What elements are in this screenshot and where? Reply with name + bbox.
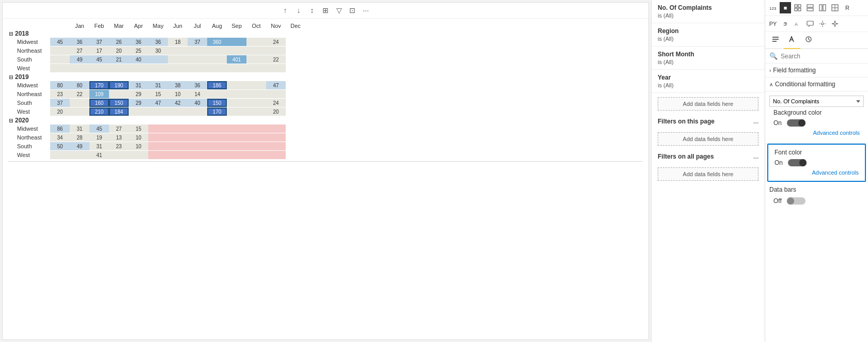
region-row-2019-west: West 20 210 184 170 20 (9, 107, 642, 116)
year-label-2018[interactable]: ⊟ 2018 (9, 30, 50, 37)
filter-year-section: Year is (All) (652, 70, 765, 93)
icon-r-letter[interactable]: R (842, 2, 853, 13)
icon-123[interactable]: 123 (767, 2, 779, 13)
cell-2018-west-nov (246, 64, 266, 72)
year-label-2020[interactable]: ⊟ 2020 (9, 117, 50, 124)
cell-2020-south-nov (246, 142, 266, 150)
cell-2018-midwest-may: 36 (129, 38, 148, 46)
conditional-formatting-section[interactable]: ∧ Conditional formatting (765, 77, 868, 91)
sort-desc-btn[interactable]: ↓ (293, 5, 304, 16)
cell-2019-northeast-dec (266, 90, 286, 98)
cell-2019-south-apr: 150 (109, 99, 129, 107)
filter-year-value: is (All) (658, 82, 758, 88)
bg-toggle[interactable] (787, 119, 805, 127)
year-row-2020[interactable]: ⊟ 2020 (9, 117, 642, 124)
icon-grid4[interactable] (829, 2, 841, 13)
region-west-2018: West (9, 65, 50, 71)
cell-2018-northeast-may: 25 (129, 46, 148, 55)
year-label-2019[interactable]: ⊟ 2019 (9, 73, 50, 81)
collapse-icon-2020: ⊟ (9, 118, 13, 123)
cell-2020-northeast-may: 10 (129, 133, 148, 142)
cell-2019-south-jul: 42 (168, 99, 188, 107)
cell-2020-west-nov (246, 151, 266, 159)
icon-link[interactable] (780, 18, 791, 29)
filter-btn[interactable]: ▽ (333, 5, 345, 16)
col-jan: Jan (70, 23, 89, 29)
cell-2018-south-may: 40 (129, 55, 148, 64)
icon-py[interactable]: PY (767, 18, 779, 29)
svg-rect-3 (795, 8, 797, 11)
search-box[interactable]: 🔍 (765, 49, 868, 64)
cell-2020-midwest-nov (246, 125, 266, 133)
col-year-spacer (50, 23, 70, 29)
cell-2020-west-mar: 41 (89, 151, 109, 159)
cell-2018-northeast-apr: 20 (109, 46, 129, 55)
filters-all-label: Filters on all pages (658, 153, 714, 160)
font-toggle[interactable] (788, 159, 807, 166)
search-input[interactable] (781, 53, 864, 60)
cell-2020-west-jan (50, 151, 70, 159)
chevron-right-icon: › (769, 68, 771, 73)
tab-analytics[interactable] (800, 32, 817, 49)
year-row-2019[interactable]: ⊟ 2019 (9, 73, 642, 81)
icon-grid3[interactable] (817, 2, 828, 13)
tab-fields[interactable] (767, 32, 784, 49)
cell-2018-south-feb: 49 (70, 55, 89, 64)
focus-btn[interactable]: ⊡ (347, 5, 358, 16)
field-formatting-section[interactable]: › Field formatting (765, 64, 868, 77)
field-dropdown[interactable]: No. Of Complaints (769, 96, 864, 107)
icon-text[interactable]: A (792, 18, 803, 29)
cell-2019-northeast-mar: 109 (89, 90, 109, 98)
add-data-visual-btn[interactable]: Add data fields here (658, 97, 758, 111)
tab-format[interactable] (784, 32, 800, 49)
add-data-all-btn[interactable]: Add data fields here (658, 167, 758, 181)
cell-2018-midwest-jul: 18 (168, 38, 188, 46)
region-northeast-2020: Northeast (9, 134, 50, 141)
cell-2018-midwest-dec: 24 (266, 38, 286, 46)
cell-2020-northeast-dec (266, 133, 286, 142)
col-nov: Nov (266, 23, 286, 29)
filters-all-dots[interactable]: ... (753, 153, 758, 160)
add-data-page-btn[interactable]: Add data fields here (658, 132, 758, 146)
col-may: May (148, 23, 168, 29)
font-adv-controls-link[interactable]: Advanced controls (770, 168, 863, 179)
year-row-2018[interactable]: ⊟ 2018 (9, 30, 642, 37)
icon-sparkle[interactable] (829, 18, 841, 29)
region-northeast-2018: Northeast (9, 48, 50, 54)
data-bars-toggle-row: Off (769, 195, 864, 207)
cell-2019-south-aug: 40 (188, 99, 207, 107)
icon-table-square[interactable]: ■ (780, 2, 791, 13)
cell-2018-south-jan (50, 55, 70, 64)
conditional-section-body: No. Of Complaints Background color On Ad… (765, 91, 868, 144)
cell-2019-south-dec: 24 (266, 99, 286, 107)
icon-grid2[interactable] (804, 2, 816, 13)
cell-2018-northeast-jan (50, 46, 70, 55)
cell-2020-midwest-aug (188, 125, 207, 133)
region-row-2019-midwest: Midwest 80 80 170 190 31 31 38 36 186 47 (9, 81, 642, 89)
cell-2020-northeast-jun (148, 133, 168, 142)
svg-point-14 (822, 23, 824, 25)
cell-2020-midwest-jan: 86 (50, 125, 70, 133)
filter-region-section: Region is (All) (652, 23, 765, 46)
expand-btn[interactable]: ↕ (306, 5, 318, 16)
sort-asc-btn[interactable]: ↑ (280, 5, 291, 16)
icon-settings[interactable] (817, 18, 828, 29)
bg-adv-controls-link[interactable]: Advanced controls (769, 129, 864, 139)
icon-comment[interactable] (804, 18, 816, 29)
bottom-border (9, 161, 642, 162)
region-midwest-2018: Midwest (9, 39, 50, 45)
icon-grid1[interactable] (792, 2, 803, 13)
col-feb: Feb (89, 23, 109, 29)
cell-2020-midwest-jul (168, 125, 188, 133)
cell-2018-south-oct: 401 (227, 55, 246, 64)
region-midwest-2019: Midwest (9, 82, 50, 88)
filters-page-dots[interactable]: ... (753, 118, 758, 125)
cell-2019-south-jun: 47 (148, 99, 168, 107)
cell-2020-midwest-jun (148, 125, 168, 133)
more-btn[interactable]: ··· (360, 5, 371, 16)
grid-btn[interactable]: ⊞ (320, 5, 331, 16)
region-row-2020-west: West 41 (9, 151, 642, 159)
data-bars-toggle[interactable] (787, 197, 805, 205)
region-row-2020-northeast: Northeast 34 28 19 13 10 (9, 133, 642, 142)
filter-visual-section: No. Of Complaints is (All) (652, 0, 765, 23)
